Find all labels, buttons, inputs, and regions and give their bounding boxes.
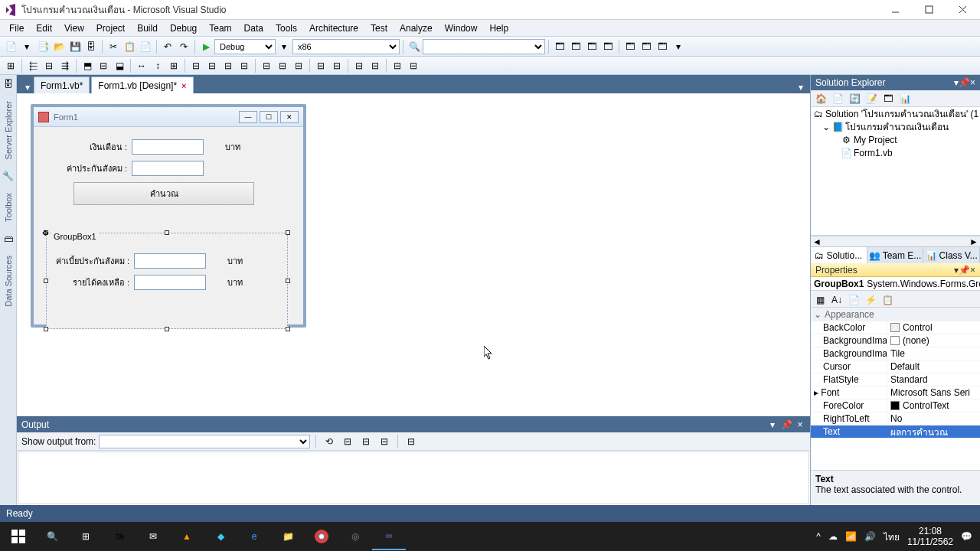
properties-object-select[interactable]: GroupBox1System.Windows.Forms.Gro▾ [811,277,980,291]
taskbar-clock[interactable]: 21:0811/11/2562 [907,526,953,548]
mail-icon[interactable]: ✉ [136,523,170,550]
volume-icon[interactable]: 🔊 [864,531,876,542]
chrome-icon[interactable] [305,523,338,550]
pr-props-icon[interactable]: 📄 [846,292,861,308]
textbox-premium[interactable] [134,253,206,269]
explorer-icon[interactable]: 📁 [271,523,305,550]
vspace2-icon[interactable]: ⊟ [237,58,252,73]
start-debug-icon[interactable]: ▶ [198,39,214,54]
toolbox-tab[interactable]: Toolbox [2,188,15,227]
hspace-icon[interactable]: ⊟ [188,58,204,73]
align-middle-icon[interactable]: ⊟ [96,58,111,73]
tb-icon-6[interactable]: 🗔 [639,39,654,54]
tab-close-icon[interactable]: × [181,81,186,90]
se-props-icon[interactable]: 🏠 [813,91,828,106]
prop-row-font[interactable]: ▸ FontMicrosoft Sans Seri [811,386,980,399]
se-pin-icon[interactable]: 📌 [959,77,970,88]
tab-class-view[interactable]: 📊Class V... [923,247,980,263]
label-salary[interactable]: เงินเดือน : [40,140,132,154]
obs-icon[interactable]: ◎ [338,523,372,550]
search-icon[interactable]: 🔍 [35,523,69,550]
data-sources-tab[interactable]: Data Sources [2,251,15,311]
output-source-select[interactable] [99,435,310,448]
se-design-icon[interactable]: 🗔 [880,91,896,106]
se-diagram-icon[interactable]: 📊 [897,91,913,106]
app-icon-2[interactable]: ◆ [204,523,237,550]
data-sources-icon[interactable]: 🗃 [2,233,15,245]
textbox-remaining[interactable] [134,275,206,290]
prop-row-text[interactable]: Textผลการคำนวณ [811,425,980,439]
vs-taskbar-icon[interactable]: ∞ [372,523,406,550]
tray-up-icon[interactable]: ^ [816,531,821,542]
tree-solution[interactable]: 🗂 Solution 'โปรแกรมคำนวณเงินเดือน' (1 pr… [811,107,980,120]
onedrive-icon[interactable]: ☁ [828,531,838,542]
server-explorer-tab[interactable]: Server Explorer [2,96,15,164]
menu-analyze[interactable]: Analyze [394,21,439,35]
menu-help[interactable]: Help [483,21,514,35]
se-scrollbar[interactable]: ◄► [811,236,980,246]
tab-form1-vb[interactable]: Form1.vb* [34,77,90,93]
open-icon[interactable]: 📂 [51,39,67,54]
label-remaining[interactable]: รายได้คงเหลือ : [51,276,134,289]
move-handle-icon[interactable]: ✥ [42,229,48,237]
output-pin-icon[interactable]: 📌 [781,419,792,430]
output-btn-4[interactable]: ⊟ [377,434,392,449]
center-h-icon[interactable]: ⊟ [259,58,274,73]
align-right-icon[interactable]: ⇶ [57,58,73,73]
menu-file[interactable]: File [3,21,30,35]
lyt-icon-c[interactable]: ⊟ [390,58,405,73]
textbox-salary[interactable] [132,139,204,155]
toolbox-icon[interactable]: 🔧 [2,170,15,182]
output-close-icon[interactable]: × [795,419,805,430]
align-center-icon[interactable]: ⊟ [41,58,57,73]
redo-icon[interactable]: ↷ [176,39,191,54]
pr-events-icon[interactable]: ⚡ [863,292,878,308]
cut-icon[interactable]: ✂ [106,39,121,54]
se-showall-icon[interactable]: 📄 [830,91,845,106]
save-all-icon[interactable]: 🗄 [83,39,99,54]
menu-view[interactable]: View [58,21,90,35]
menu-data[interactable]: Data [238,21,270,35]
copy-icon[interactable]: 📋 [122,39,137,54]
undo-icon[interactable]: ↶ [160,39,175,54]
output-dropdown-icon[interactable]: ▾ [767,419,778,430]
properties-grid[interactable]: ⌄Appearance BackColorControlBackgroundIm… [811,308,980,470]
merge-icon[interactable]: ⊟ [329,58,345,73]
start-button[interactable] [2,523,35,550]
prop-row-righttoleft[interactable]: RightToLeftNo [811,412,980,425]
output-btn-1[interactable]: ⟲ [322,434,337,449]
tb-icon-3[interactable]: 🗔 [584,39,599,54]
menu-edit[interactable]: Edit [30,21,58,35]
new-project-icon[interactable]: 📄 [3,39,18,54]
tb-icon-4[interactable]: 🗔 [600,39,616,54]
solution-tree[interactable]: 🗂 Solution 'โปรแกรมคำนวณเงินเดือน' (1 pr… [811,107,980,236]
tb-icon-7[interactable]: 🗔 [655,39,670,54]
tb-icon-5[interactable]: 🗔 [622,39,638,54]
taskview-icon[interactable]: ⊞ [69,523,103,550]
menu-window[interactable]: Window [439,21,484,35]
tab-form1-design[interactable]: Form1.vb [Design]* × [91,77,193,93]
prop-row-backcolor[interactable]: BackColorControl [811,321,980,334]
bring-front-icon[interactable]: ⊟ [291,58,306,73]
config-dropdown-icon[interactable]: ▾ [276,39,292,54]
close-button[interactable] [952,2,972,18]
maximize-button[interactable] [919,2,939,18]
tree-project[interactable]: ⌄ 📘 โปรแกรมคำนวณเงินเดือน [811,120,980,133]
tab-order-icon[interactable]: ⊟ [313,58,328,73]
se-refresh-icon[interactable]: 🔄 [847,91,862,106]
tree-form1[interactable]: 📄 Form1.vb [811,146,980,159]
paste-icon[interactable]: 📄 [138,39,153,54]
output-body[interactable] [18,452,809,504]
pr-pages-icon[interactable]: 📋 [880,292,895,308]
label-insurance[interactable]: ค่าประกันสังคม : [40,161,132,175]
prop-row-flatstyle[interactable]: FlatStyleStandard [811,373,980,386]
find-icon[interactable]: 🔍 [407,39,422,54]
prop-row-cursor[interactable]: CursorDefault [811,360,980,373]
menu-tools[interactable]: Tools [270,21,303,35]
tab-solution-explorer[interactable]: 🗂Solutio... [811,247,867,263]
textbox-insurance[interactable] [132,161,204,176]
pr-alpha-icon[interactable]: A↓ [829,292,844,308]
menu-project[interactable]: Project [90,21,131,35]
pr-pin-icon[interactable]: 📌 [959,265,970,276]
se-close-icon[interactable]: × [970,77,975,88]
